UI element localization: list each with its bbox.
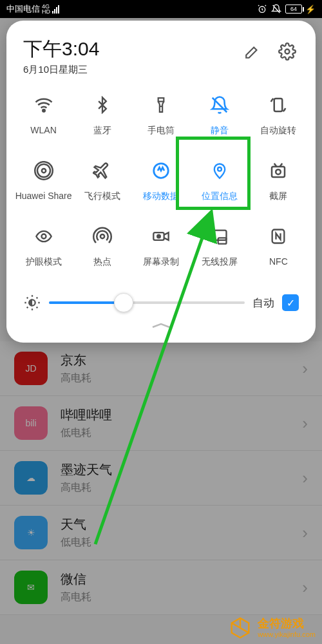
airplane-icon [90,158,115,183]
clock-date[interactable]: 6月10日星期三 [23,64,99,76]
watermark: 金符游戏 www.yikajinfu.com [228,616,316,640]
svg-point-12 [41,234,46,239]
collapse-handle-icon[interactable] [146,321,176,331]
qs-tile-record[interactable]: 屏幕录制 [131,224,190,268]
qs-tile-share[interactable]: Huawei Share [14,158,73,202]
qs-tile-eye[interactable]: 护眼模式 [14,224,73,268]
qs-tile-location[interactable]: 位置信息 [191,158,249,202]
brightness-thumb[interactable] [114,293,133,312]
share-icon [32,158,56,183]
hotspot-icon [90,224,115,249]
data-icon [149,158,173,183]
qs-tile-airplane[interactable]: 飞行模式 [73,158,131,202]
edit-tiles-button[interactable] [241,40,264,63]
qs-tile-hotspot[interactable]: 热点 [73,224,131,268]
watermark-url: www.yikajinfu.com [258,630,316,638]
carrier-label: 中国电信 [6,3,40,15]
svg-point-11 [276,169,281,175]
battery-indicator: 64 ⚡ [285,5,316,14]
location-icon [207,158,232,183]
svg-point-7 [41,169,45,173]
svg-point-1 [285,50,290,54]
bluetooth-icon [90,93,115,117]
watermark-logo-icon [228,616,252,640]
svg-point-15 [157,235,160,238]
brightness-slider[interactable] [49,301,245,304]
svg-rect-3 [158,98,164,101]
flashlight-icon [149,93,173,117]
svg-point-2 [43,109,45,112]
svg-rect-6 [274,99,283,111]
rotate-icon [266,93,290,117]
svg-point-13 [100,234,104,238]
qs-tile-label: 飞行模式 [84,191,120,202]
dnd-icon [271,4,281,14]
svg-rect-16 [213,231,227,240]
qs-tile-label: 截屏 [269,191,287,202]
qs-tile-label: 无线投屏 [202,256,238,268]
qs-tile-nfc[interactable]: NFC [249,224,308,268]
qs-tile-label: 移动数据 [143,191,179,202]
signal-icon [52,5,59,14]
qs-tile-cast[interactable]: 无线投屏 [191,224,249,268]
brightness-icon [23,294,41,312]
settings-button[interactable] [276,40,299,63]
qs-tile-flashlight[interactable]: 手电筒 [131,93,190,137]
svg-point-9 [218,167,222,171]
screenshot-icon [266,158,290,183]
qs-tile-label: 静音 [211,125,229,137]
qs-tile-label: 自动旋转 [260,125,296,137]
qs-tile-label: 屏幕录制 [143,256,179,268]
qs-tile-mute[interactable]: 静音 [191,93,249,137]
auto-brightness-checkbox[interactable]: ✓ [282,294,299,311]
alarm-icon [257,4,267,14]
eye-icon [32,224,56,249]
qs-tile-label: Huawei Share [15,191,72,201]
brightness-row: 自动 ✓ [14,294,308,312]
watermark-name: 金符游戏 [258,618,316,630]
qs-tile-rotate[interactable]: 自动旋转 [249,93,308,137]
qs-tile-bluetooth[interactable]: 蓝牙 [73,93,131,137]
qs-tile-label: NFC [269,256,288,267]
record-icon [149,224,173,249]
auto-brightness-label: 自动 [252,296,274,310]
svg-rect-10 [272,167,285,177]
qs-tile-label: 手电筒 [147,125,175,137]
mute-icon [207,93,232,117]
status-bar: 中国电信 4GHD 64 ⚡ [0,0,322,18]
qs-tile-label: 位置信息 [202,191,238,202]
quick-settings-grid: WLAN蓝牙手电筒静音自动旋转Huawei Share飞行模式移动数据位置信息截… [14,93,308,268]
wifi-icon [32,93,56,117]
panel-header: 下午3:04 6月10日星期三 [14,36,308,93]
clock-time[interactable]: 下午3:04 [23,36,99,62]
qs-tile-label: 护眼模式 [26,256,62,268]
network-type: 4GHD [42,4,50,14]
nfc-icon [266,224,290,249]
qs-tile-screenshot[interactable]: 截屏 [249,158,308,202]
qs-tile-label: WLAN [30,125,56,135]
quick-settings-panel: 下午3:04 6月10日星期三 WLAN蓝牙手电筒静音自动旋转Huawei Sh… [6,21,316,343]
cast-icon [207,224,232,249]
qs-tile-data[interactable]: 移动数据 [131,158,190,202]
qs-tile-wifi[interactable]: WLAN [14,93,73,137]
qs-tile-label: 蓝牙 [93,125,111,137]
qs-tile-label: 热点 [93,256,111,268]
